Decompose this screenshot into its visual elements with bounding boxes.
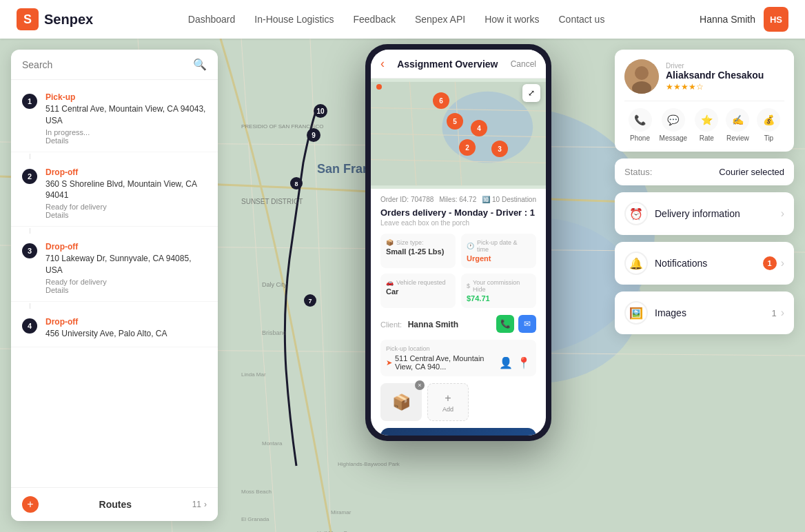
driver-info: Driver Aliaksandr Chesakou ★★★★☆ [666, 62, 764, 92]
delivery-info-right: › [781, 207, 784, 220]
client-name: Hanna Smith [408, 320, 458, 329]
svg-text:Montara: Montara [262, 440, 283, 447]
connector-3 [30, 303, 30, 309]
svg-text:Daly City: Daly City [262, 281, 287, 288]
list-item: 4 Drop-off 456 University Ave, Palo Alto… [11, 310, 218, 347]
pickup-location-icon: 📍 [517, 356, 531, 369]
item-details-3[interactable]: Details [45, 286, 207, 294]
logo[interactable]: S Senpex [17, 8, 93, 30]
order-field-size: 📦 Size type: Small (1-25 Lbs) [380, 234, 456, 268]
driver-review-action[interactable]: ✍️ Review [726, 108, 749, 142]
pickup-row: ➤ 511 Central Ave, Mountain View, CA 940… [386, 354, 531, 371]
list-item: 1 Pick-up 511 Central Ave, Mountain View… [11, 85, 218, 152]
routes-count: 11 › [192, 500, 207, 509]
field-value-size: Small (1-25 Lbs) [386, 247, 450, 256]
item-content-4: Drop-off 456 University Ave, Palo Alto, … [45, 317, 207, 340]
car-icon: 🚗 [386, 279, 394, 286]
call-client-button[interactable]: 📞 [496, 315, 514, 333]
item-details-2[interactable]: Details [45, 211, 207, 219]
arrived-button[interactable]: → Arrived at pick-up location [380, 428, 536, 436]
item-type-1: Pick-up [45, 92, 207, 102]
connector-2 [30, 228, 30, 234]
svg-point-47 [635, 66, 649, 80]
field-label-size: 📦 Size type: [386, 239, 450, 246]
phone-screen: ‹ Assignment Overview Cancel [371, 50, 546, 436]
message-action-label: Message [660, 134, 688, 142]
navbar: S Senpex Dashboard In-House Logistics Fe… [0, 0, 805, 39]
svg-text:El Granada: El Granada [241, 516, 269, 522]
item-content-2: Drop-off 360 S Shoreline Blvd, Mountain … [45, 167, 207, 220]
left-panel: 🔍 1 Pick-up 511 Central Ave, Mountain Vi… [11, 50, 218, 521]
notifications-chevron-icon: › [781, 257, 784, 269]
nav-logistics[interactable]: In-House Logistics [254, 14, 334, 25]
client-row: Client: Hanna Smith 📞 ✉ [380, 315, 536, 333]
svg-text:Brisbane: Brisbane [262, 329, 287, 336]
item-address-4: 456 University Ave, Palo Alto, CA [45, 328, 207, 340]
pickup-user-icon: 👤 [499, 356, 513, 369]
client-info: Client: Hanna Smith [380, 318, 458, 330]
nav-dashboard[interactable]: Dashboard [188, 14, 236, 25]
nav-feedback[interactable]: Feedback [353, 14, 395, 25]
phone-back-button[interactable]: ‹ [380, 57, 385, 71]
message-client-button[interactable]: ✉ [518, 315, 536, 333]
map-badge-6: 6 [433, 92, 449, 109]
status-value: Courier selected [719, 167, 784, 177]
order-fields: 📦 Size type: Small (1-25 Lbs) 🕐 Pick-up … [380, 234, 536, 308]
order-destination: 🔟 10 Destination [482, 196, 536, 203]
driver-tip-action[interactable]: 💰 Tip [757, 108, 780, 142]
item-number-4: 4 [22, 318, 37, 334]
field-value-commission: $74.71 [467, 294, 531, 303]
delivery-information-row[interactable]: ⏰ Delivery information › [615, 192, 794, 235]
notifications-text: Notifications [655, 258, 707, 269]
notifications-right: 1 › [763, 256, 784, 270]
delivery-info-text: Delivery information [655, 208, 740, 219]
svg-text:Highlands-Baywood Park: Highlands-Baywood Park [338, 461, 400, 467]
delivery-info-icon: ⏰ [624, 202, 648, 225]
nav-how[interactable]: How it works [485, 14, 539, 25]
notifications-row[interactable]: 🔔 Notifications 1 › [615, 242, 794, 285]
item-number-3: 3 [22, 243, 37, 258]
phone-overlay: ‹ Assignment Overview Cancel [365, 44, 551, 441]
svg-text:9: 9 [312, 132, 316, 139]
driver-card: Driver Aliaksandr Chesakou ★★★★☆ 📞 Phone… [615, 50, 794, 152]
user-name: Hanna Smith [700, 14, 755, 25]
item-number-2: 2 [22, 169, 37, 184]
status-card: Status: Courier selected [615, 158, 794, 185]
add-package-button[interactable]: + Add [427, 383, 469, 421]
remove-package-button[interactable]: × [415, 380, 425, 390]
nav-api[interactable]: Senpex API [415, 14, 465, 25]
svg-text:Linda Mar: Linda Mar [241, 371, 266, 378]
search-input[interactable] [22, 59, 187, 70]
item-content-3: Drop-off 710 Lakeway Dr, Sunnyvale, CA 9… [45, 242, 207, 294]
pickup-label: Pick-up location [386, 345, 531, 352]
package-item: 📦 × [380, 383, 422, 421]
item-status-2: Ready for delivery [45, 203, 207, 211]
routes-bar: + Routes 11 › [11, 487, 218, 521]
item-details-1[interactable]: Details [45, 136, 207, 145]
item-status-3: Ready for delivery [45, 278, 207, 286]
pickup-icons: 👤 📍 [499, 356, 531, 369]
svg-text:SUNSET DISTRICT: SUNSET DISTRICT [241, 198, 303, 205]
map-expand-button[interactable]: ⤢ [522, 84, 540, 102]
phone-title: Assignment Overview [390, 59, 505, 70]
field-value-time: Urgent [467, 254, 531, 263]
driver-name: Aliaksandr Chesakou [666, 70, 764, 81]
pickup-arrow-icon: ➤ [386, 358, 392, 367]
images-row[interactable]: 🖼️ Images 1 › [615, 291, 794, 334]
client-label: Client: [380, 320, 402, 329]
connector-1 [30, 154, 30, 159]
notifications-icon: 🔔 [624, 252, 648, 275]
add-route-button[interactable]: + [22, 496, 39, 513]
user-avatar[interactable]: HS [764, 7, 788, 32]
map-badge-3: 3 [491, 141, 508, 157]
svg-text:Moss Beach: Moss Beach [241, 489, 272, 495]
driver-avatar [624, 59, 659, 94]
field-value-vehicle: Car [386, 287, 450, 296]
driver-phone-action[interactable]: 📞 Phone [629, 108, 652, 142]
phone-cancel-button[interactable]: Cancel [511, 59, 536, 69]
driver-message-action[interactable]: 💬 Message [660, 108, 688, 142]
images-icon: 🖼️ [624, 301, 648, 325]
notifications-badge: 1 [763, 256, 777, 270]
nav-contact[interactable]: Contact us [558, 14, 604, 25]
driver-rate-action[interactable]: ⭐ Rate [695, 108, 718, 142]
